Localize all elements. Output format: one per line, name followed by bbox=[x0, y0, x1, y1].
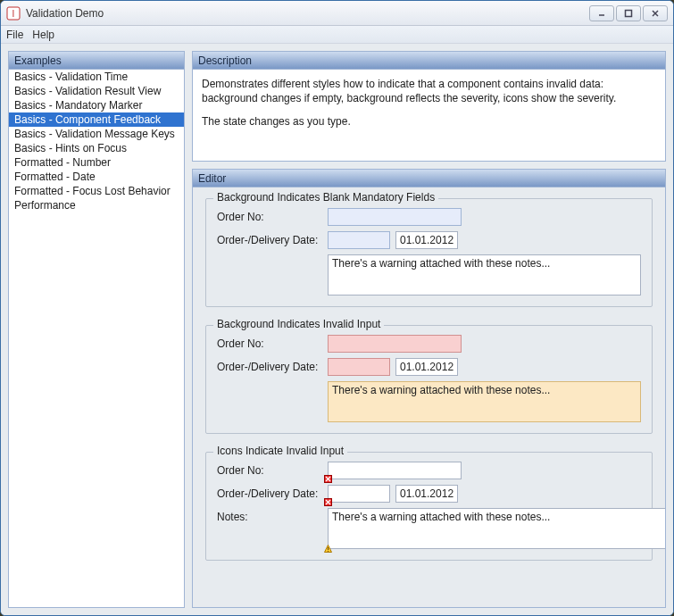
examples-panel: Examples Basics - Validation TimeBasics … bbox=[8, 51, 185, 608]
menubar: File Help bbox=[1, 26, 673, 44]
menu-help[interactable]: Help bbox=[32, 29, 54, 41]
examples-item[interactable]: Performance bbox=[9, 198, 184, 212]
examples-item[interactable]: Basics - Mandatory Marker bbox=[9, 98, 184, 112]
field-label: Order-/Delivery Date: bbox=[217, 485, 322, 500]
menu-file[interactable]: File bbox=[6, 29, 23, 41]
order-date-input[interactable] bbox=[328, 358, 390, 376]
field-label: Order-/Delivery Date: bbox=[217, 231, 322, 246]
notes-textarea[interactable] bbox=[328, 254, 641, 296]
client-area: Examples Basics - Validation TimeBasics … bbox=[1, 44, 673, 615]
delivery-date-input[interactable] bbox=[395, 485, 458, 503]
description-body: Demonstrates different styles how to ind… bbox=[193, 70, 665, 161]
examples-item[interactable]: Formatted - Date bbox=[9, 170, 184, 184]
field-label: Notes: bbox=[217, 508, 322, 523]
group-blank-mandatory: Background Indicates Blank Mandatory Fie… bbox=[205, 198, 653, 307]
field-label: Order No: bbox=[217, 208, 322, 223]
order-no-input[interactable] bbox=[328, 208, 462, 226]
examples-item[interactable]: Basics - Validation Result View bbox=[9, 84, 184, 98]
field-label: Order No: bbox=[217, 462, 322, 477]
description-line2: The state changes as you type. bbox=[202, 114, 656, 129]
right-column: Description Demonstrates different style… bbox=[192, 51, 666, 608]
editor-body: Background Indicates Blank Mandatory Fie… bbox=[193, 187, 665, 607]
window-title: Validation Demo bbox=[26, 7, 589, 20]
field-label: Order No: bbox=[217, 335, 322, 350]
group-legend: Icons Indicate Invalid Input bbox=[213, 445, 347, 457]
error-icon bbox=[324, 475, 332, 483]
app-icon: I bbox=[6, 6, 21, 21]
examples-header: Examples bbox=[9, 52, 184, 70]
svg-rect-3 bbox=[626, 10, 632, 16]
group-legend: Background Indicates Blank Mandatory Fie… bbox=[213, 191, 438, 204]
examples-item[interactable]: Formatted - Focus Lost Behavior bbox=[9, 184, 184, 198]
svg-point-14 bbox=[328, 551, 329, 552]
examples-item[interactable]: Basics - Hints on Focus bbox=[9, 141, 184, 155]
editor-panel: Editor Background Indicates Blank Mandat… bbox=[192, 169, 666, 608]
field-label bbox=[217, 381, 322, 384]
description-header: Description bbox=[193, 52, 665, 70]
close-button[interactable] bbox=[643, 5, 668, 21]
delivery-date-input[interactable] bbox=[395, 358, 458, 376]
error-icon bbox=[324, 498, 332, 506]
group-invalid-bg: Background Indicates Invalid Input Order… bbox=[205, 325, 653, 434]
order-no-input[interactable] bbox=[328, 335, 462, 353]
minimize-button[interactable] bbox=[589, 5, 614, 21]
delivery-date-input[interactable] bbox=[395, 231, 458, 249]
notes-textarea[interactable] bbox=[328, 381, 641, 422]
group-icons: Icons Indicate Invalid Input Order No: bbox=[205, 452, 653, 561]
maximize-button[interactable] bbox=[616, 5, 641, 21]
window-controls bbox=[589, 5, 668, 21]
examples-item[interactable]: Basics - Component Feedback bbox=[9, 112, 184, 127]
titlebar[interactable]: I Validation Demo bbox=[1, 1, 673, 26]
examples-item[interactable]: Basics - Validation Message Keys bbox=[9, 127, 184, 141]
description-panel: Description Demonstrates different style… bbox=[192, 51, 666, 162]
editor-header: Editor bbox=[193, 170, 665, 187]
group-legend: Background Indicates Invalid Input bbox=[213, 318, 384, 330]
field-label bbox=[217, 254, 322, 257]
field-label: Order-/Delivery Date: bbox=[217, 358, 322, 373]
warning-icon bbox=[324, 545, 332, 553]
notes-textarea[interactable] bbox=[328, 508, 665, 549]
svg-text:I: I bbox=[12, 9, 15, 19]
order-date-input[interactable] bbox=[328, 485, 390, 503]
order-date-input[interactable] bbox=[328, 231, 390, 249]
app-window: I Validation Demo File Help Examples Bas… bbox=[0, 0, 674, 616]
order-no-input[interactable] bbox=[328, 462, 462, 479]
examples-item[interactable]: Formatted - Number bbox=[9, 155, 184, 170]
examples-item[interactable]: Basics - Validation Time bbox=[9, 70, 184, 84]
examples-list[interactable]: Basics - Validation TimeBasics - Validat… bbox=[9, 70, 184, 607]
description-line1: Demonstrates different styles how to ind… bbox=[202, 77, 656, 105]
